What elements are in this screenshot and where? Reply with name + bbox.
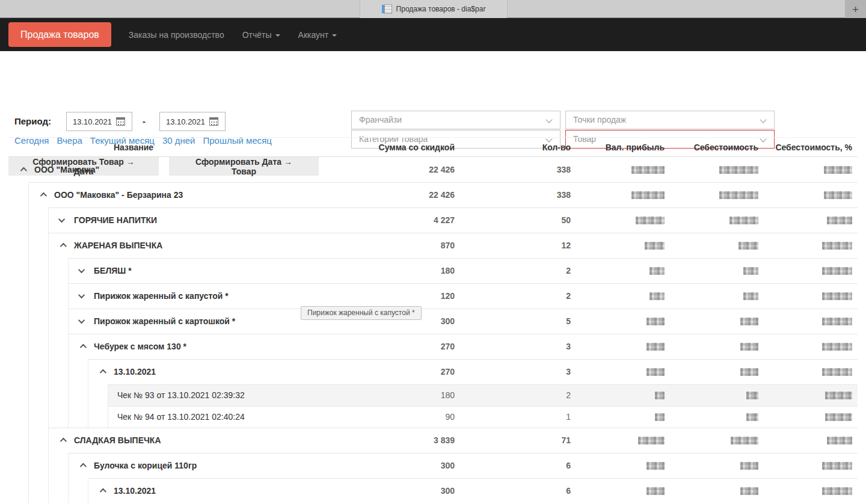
calendar-icon[interactable]: [209, 117, 218, 126]
row-redacted-cell: [758, 485, 858, 496]
row-redacted-cell: [665, 341, 758, 352]
row-name-cell: ООО "Маковка" - Берзарина 23: [8, 190, 346, 200]
row-redacted-cell: [571, 341, 665, 352]
redacted-value: [638, 437, 665, 444]
row-sum-value: 300: [346, 461, 455, 470]
collapse-icon[interactable]: [97, 486, 107, 496]
nav-item-1[interactable]: Отчёты: [242, 30, 280, 40]
redacted-value: [824, 191, 852, 199]
table-row: СЛАДКАЯ ВЫПЕЧКА3 83971: [8, 428, 858, 453]
browser-tab[interactable]: Продажа товаров - dia$par: [360, 0, 508, 18]
row-name: ООО "Маковка": [34, 165, 99, 174]
collapse-icon[interactable]: [58, 435, 67, 445]
collapse-icon[interactable]: [18, 165, 28, 174]
collapse-icon[interactable]: [58, 241, 67, 250]
row-divider: [88, 478, 858, 479]
chevron-up-icon: [60, 438, 67, 444]
sales-table: Название Сумма со скидкой Кол-во Вал. пр…: [8, 137, 858, 503]
row-name-cell: Чек № 94 от 13.10.2021 02:40:24: [8, 412, 346, 422]
row-name: Булочка с корицей 110гр: [94, 461, 197, 470]
nav-item-label: Заказы на производство: [129, 30, 224, 40]
collapse-icon[interactable]: [78, 461, 87, 470]
row-redacted-cell: [571, 265, 665, 276]
nav-item-sales-active[interactable]: Продажа товаров: [8, 22, 111, 47]
row-name: Пирожок жаренный с картошкой *: [94, 316, 235, 326]
row-divider: [108, 384, 858, 385]
row-redacted-cell: [665, 164, 758, 175]
row-redacted-cell: [758, 164, 858, 175]
row-redacted-cell: [665, 265, 758, 276]
redacted-value: [822, 242, 852, 250]
table-row: Чек № 93 от 13.10.2021 02:39:321802: [8, 384, 858, 406]
row-redacted-cell: [758, 460, 858, 471]
redacted-value: [822, 343, 852, 351]
row-redacted-cell: [571, 460, 665, 471]
redacted-value: [646, 343, 665, 351]
row-redacted-cell: [758, 390, 858, 401]
row-name-cell: ЖАРЕНАЯ ВЫПЕЧКА: [8, 241, 346, 250]
date-to-input[interactable]: [166, 117, 209, 126]
date-to-field[interactable]: [159, 112, 226, 131]
date-from-input[interactable]: [73, 117, 116, 126]
row-redacted-cell: [758, 366, 858, 377]
new-tab-button[interactable]: +: [845, 0, 866, 18]
caret-down-icon: [275, 34, 280, 37]
redacted-value: [822, 368, 852, 376]
row-redacted-cell: [571, 390, 665, 401]
caret-down-icon: [332, 34, 337, 37]
table-row: Чебурек с мясом 130 *2703: [8, 334, 858, 359]
redacted-value: [646, 462, 665, 470]
collapse-icon[interactable]: [97, 367, 107, 376]
expand-icon[interactable]: [58, 215, 67, 225]
collapse-icon[interactable]: [78, 342, 87, 351]
row-quantity-value: 6: [455, 461, 571, 470]
redacted-value: [636, 217, 665, 224]
row-redacted-cell: [665, 411, 758, 422]
row-name-cell: СЛАДКАЯ ВЫПЕЧКА: [8, 435, 346, 445]
expand-icon[interactable]: [78, 316, 87, 326]
redacted-value: [650, 267, 665, 275]
row-name: ЖАРЕНАЯ ВЫПЕЧКА: [74, 241, 162, 250]
header-gross-profit: Вал. прибыль: [571, 143, 665, 152]
table-row: ООО "Маковка"22 426338: [8, 157, 858, 182]
redacted-value: [729, 217, 758, 224]
row-quantity-value: 12: [455, 241, 571, 250]
row-redacted-cell: [665, 290, 758, 301]
nav-item-2[interactable]: Аккаунт: [298, 30, 337, 40]
main-nav: Продажа товаров Заказы на производствоОт…: [0, 18, 866, 51]
filter-franchisee-select[interactable]: Франчайзи: [351, 111, 560, 129]
row-quantity-value: 6: [455, 486, 571, 496]
row-name-cell: 13.10.2021: [8, 486, 346, 496]
row-name: ООО "Маковка" - Берзарина 23: [54, 190, 183, 200]
row-divider: [28, 182, 858, 183]
row-redacted-cell: [571, 316, 665, 327]
table-row: Пирожок жаренный с картошкой *3005: [8, 309, 858, 334]
redacted-value: [827, 217, 852, 224]
redacted-value: [655, 413, 665, 421]
calendar-icon[interactable]: [116, 117, 125, 126]
redacted-value: [655, 392, 665, 399]
redacted-value: [646, 487, 665, 495]
expand-icon[interactable]: [78, 266, 87, 275]
row-divider: [68, 283, 858, 284]
table-row: Чек № 94 от 13.10.2021 02:40:24901: [8, 406, 858, 428]
row-redacted-cell: [665, 366, 758, 377]
expand-icon[interactable]: [78, 291, 87, 301]
row-sum-value: 270: [346, 367, 455, 376]
filter-outlets-select[interactable]: Точки продаж: [565, 111, 775, 129]
row-divider: [48, 207, 858, 208]
redacted-value: [822, 318, 852, 325]
date-from-field[interactable]: [66, 112, 132, 131]
table-header-row: Название Сумма со скидкой Кол-во Вал. пр…: [8, 138, 858, 157]
row-sum-value: 22 426: [346, 190, 455, 200]
redacted-value: [740, 318, 758, 325]
collapse-icon[interactable]: [38, 190, 48, 200]
row-name: Чек № 93 от 13.10.2021 02:39:32: [117, 390, 245, 400]
row-name-cell: Пирижок жаренный с капустой *: [8, 291, 346, 301]
row-quantity-value: 2: [455, 266, 571, 275]
redacted-value: [827, 437, 852, 444]
row-redacted-cell: [758, 316, 858, 327]
nav-item-0[interactable]: Заказы на производство: [129, 30, 224, 40]
redacted-value: [824, 166, 852, 174]
redacted-value: [740, 462, 758, 470]
